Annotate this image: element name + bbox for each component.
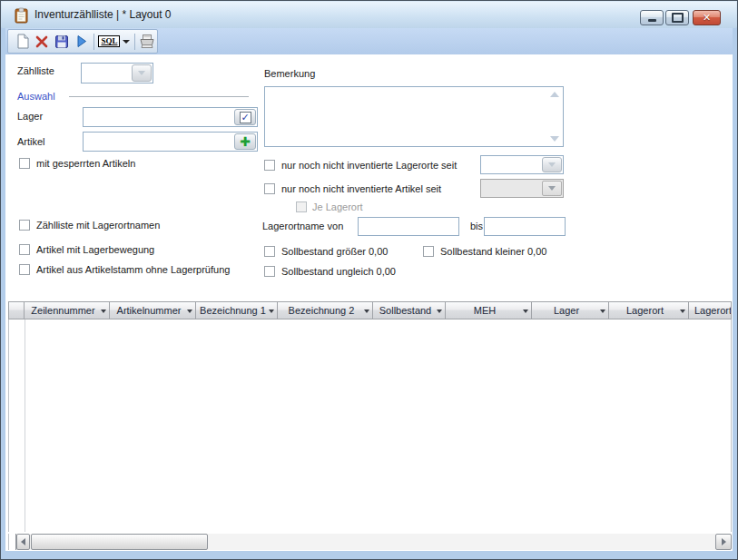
minimize-button[interactable] — [640, 10, 664, 25]
minimize-icon — [648, 19, 656, 22]
grid-header: Zeilennummer Artikelnummer Bezeichnung 1… — [8, 301, 732, 319]
save-floppy-icon — [54, 34, 69, 49]
zaehlliste-label: Zählliste — [17, 65, 54, 76]
column-label: Artikelnummer — [117, 305, 189, 316]
column-header-lagerort[interactable]: Lagerort — [609, 301, 689, 319]
column-dropdown-icon[interactable] — [187, 309, 192, 313]
column-header-lager[interactable]: Lager — [532, 301, 609, 319]
bemerkung-label: Bemerkung — [264, 68, 315, 79]
grid-body[interactable] — [8, 319, 732, 532]
lagerortname-von-label: Lagerortname von — [262, 221, 343, 231]
sollbestand-kleiner-checkbox[interactable] — [423, 246, 434, 257]
sql-icon: SQL — [98, 35, 120, 47]
column-label: Lagerort — [626, 305, 671, 316]
mit-gesperrten-artikeln-label: mit gesperrten Artikeln — [36, 158, 135, 169]
artikel-mit-lagerbewegung-checkbox[interactable] — [19, 244, 30, 255]
bis-label: bis — [470, 221, 483, 231]
scroll-left-button[interactable] — [16, 534, 30, 550]
checkbox-check-icon: ✓ — [240, 112, 251, 123]
column-header-meh[interactable]: MEH — [446, 301, 532, 319]
artikel-aus-artikelstamm-checkbox[interactable] — [19, 264, 30, 275]
auswahl-divider — [69, 96, 249, 97]
clipboard-icon — [14, 7, 30, 24]
nur-artikel-seit-label: nur noch nicht inventierte Artikel seit — [281, 183, 441, 194]
toolbar-separator — [93, 34, 94, 50]
save-button[interactable] — [52, 32, 72, 52]
column-header-bezeichnung1[interactable]: Bezeichnung 1 — [196, 301, 278, 319]
zaehlliste-mit-lagerortnamen-checkbox[interactable] — [19, 220, 30, 231]
sql-button[interactable]: SQL — [95, 32, 133, 52]
column-dropdown-icon[interactable] — [600, 309, 605, 313]
column-label: Zeilennummer — [31, 305, 102, 316]
column-dropdown-icon[interactable] — [101, 309, 106, 313]
column-label: Bezeichnung 1 — [200, 305, 273, 316]
column-dropdown-icon[interactable] — [364, 309, 369, 313]
titlebar[interactable]: Inventurzählliste | * Layout 0 — [2, 2, 736, 28]
auswahl-heading: Auswahl — [17, 91, 55, 102]
close-button[interactable]: ✕ — [693, 10, 721, 25]
new-button[interactable] — [13, 32, 33, 52]
sollbestand-ungleich-label: Sollbestand ungleich 0,00 — [281, 266, 396, 277]
column-dropdown-icon[interactable] — [680, 309, 685, 313]
lagerortname-bis-input[interactable] — [484, 217, 566, 236]
run-button[interactable] — [72, 32, 92, 52]
artikel-add-button[interactable]: ✚ — [234, 133, 256, 150]
scroll-right-button[interactable] — [715, 534, 732, 550]
run-play-icon — [75, 34, 88, 48]
je-lagerort-checkbox — [296, 201, 307, 212]
new-document-icon — [15, 34, 30, 49]
sollbestand-groesser-label: Sollbestand größer 0,00 — [281, 246, 388, 257]
lager-select-button[interactable]: ✓ — [234, 109, 256, 125]
nur-lagerorte-seit-label: nur noch nicht inventierte Lagerorte sei… — [281, 160, 457, 171]
maximize-icon — [672, 13, 684, 23]
lager-label: Lager — [17, 111, 43, 122]
row-selector-header[interactable] — [8, 301, 25, 319]
print-button[interactable] — [137, 32, 157, 52]
column-dropdown-icon[interactable] — [523, 309, 528, 313]
nur-artikel-seit-checkbox[interactable] — [264, 183, 275, 194]
window-frame: Inventurzählliste | * Layout 0 ✕ — [0, 0, 738, 560]
column-label: Lagerortna — [694, 305, 732, 316]
maximize-button[interactable] — [665, 10, 689, 25]
lagerorte-seit-combo[interactable] — [480, 155, 564, 174]
chevron-down-icon — [138, 71, 145, 75]
artikel-aus-artikelstamm-label: Artikel aus Artikelstamm ohne Lagerprüfu… — [36, 264, 230, 275]
lagerorte-seit-dropdown-button[interactable] — [542, 157, 562, 172]
zaehlliste-dropdown-button[interactable] — [132, 64, 152, 82]
column-header-artikelnummer[interactable]: Artikelnummer — [110, 301, 196, 319]
artikel-mit-lagerbewegung-label: Artikel mit Lagerbewegung — [36, 244, 154, 255]
column-header-bezeichnung2[interactable]: Bezeichnung 2 — [278, 301, 373, 319]
scroll-down-icon[interactable] — [550, 136, 559, 142]
toolbar-panel: SQL — [7, 29, 158, 54]
scrollbar-thumb[interactable] — [31, 534, 208, 550]
row-selector-divider — [25, 319, 25, 532]
scroll-left-icon — [21, 538, 25, 545]
column-header-zeilennummer[interactable]: Zeilennummer — [25, 301, 110, 319]
scroll-up-icon[interactable] — [550, 92, 559, 97]
column-label: Bezeichnung 2 — [289, 305, 362, 316]
toolbar-separator — [134, 34, 135, 50]
printer-icon — [139, 34, 155, 49]
artikel-input[interactable]: ✚ — [83, 132, 258, 152]
bemerkung-textarea[interactable] — [264, 86, 564, 147]
column-label: Lager — [554, 305, 586, 316]
zaehlliste-combo[interactable] — [81, 63, 153, 84]
artikel-seit-dropdown-button — [542, 181, 562, 196]
chevron-down-icon — [548, 162, 556, 167]
sollbestand-groesser-checkbox[interactable] — [264, 246, 275, 257]
mit-gesperrten-artikeln-checkbox[interactable] — [19, 158, 30, 169]
sollbestand-ungleich-checkbox[interactable] — [264, 266, 275, 277]
sollbestand-kleiner-label: Sollbestand kleiner 0,00 — [440, 246, 546, 257]
artikel-label: Artikel — [17, 136, 45, 147]
column-dropdown-icon[interactable] — [437, 309, 442, 313]
delete-x-icon — [34, 34, 49, 49]
lager-input[interactable]: ✓ — [83, 107, 258, 127]
delete-button[interactable] — [33, 32, 53, 52]
lagerortname-von-input[interactable] — [358, 217, 459, 236]
column-label: MEH — [474, 305, 503, 316]
window-title: Inventurzählliste | * Layout 0 — [34, 8, 172, 21]
column-header-sollbestand[interactable]: Sollbestand — [373, 301, 446, 319]
column-header-lagerortname[interactable]: Lagerortna — [689, 301, 732, 319]
column-dropdown-icon[interactable] — [269, 309, 274, 313]
nur-lagerorte-seit-checkbox[interactable] — [264, 160, 275, 171]
